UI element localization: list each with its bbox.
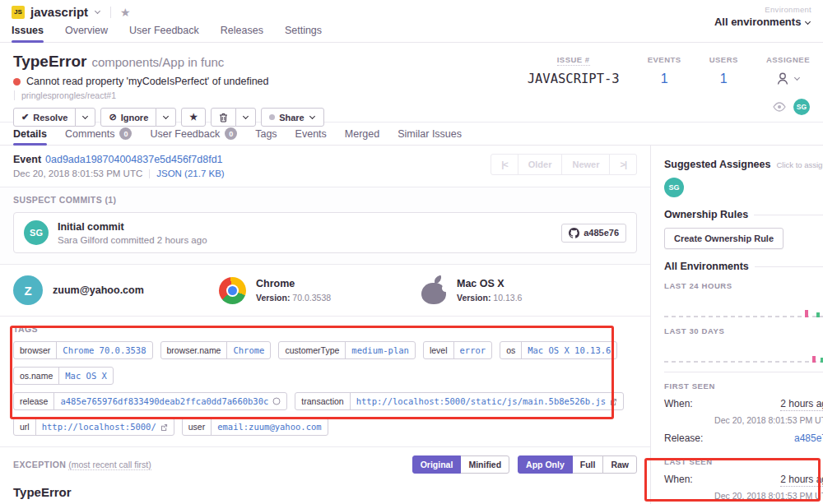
events-sparkline-30d xyxy=(664,340,823,363)
suspect-commits-heading: SUSPECT COMMITS (1) xyxy=(13,195,637,205)
toggle-app-only[interactable]: App Only xyxy=(518,455,573,474)
tag-pill-url[interactable]: urlhttp://localhost:5000/ xyxy=(13,418,174,436)
first-seen-release-link[interactable]: a485e76 xyxy=(794,432,823,444)
exception-type: TypeError xyxy=(13,485,637,499)
nav-tab-releases[interactable]: Releases xyxy=(221,25,263,42)
event-id-link[interactable]: 0ad9ada198704004837e5d456f7d8fd1 xyxy=(45,154,223,165)
nav-tab-overview[interactable]: Overview xyxy=(65,25,108,42)
event-label: Event xyxy=(13,154,41,165)
tag-pill-level[interactable]: levelerror xyxy=(423,341,492,359)
first-seen-date: Dec 20, 2018 8:01:53 PM UTC xyxy=(664,415,823,425)
subscribe-eye-icon[interactable] xyxy=(773,102,786,112)
environment-value[interactable]: All environments xyxy=(714,16,811,28)
tab-user-feedback[interactable]: User Feedback0 xyxy=(150,123,237,145)
participants: SG xyxy=(773,99,810,115)
newest-event-button[interactable]: >| xyxy=(609,154,637,175)
toggle-raw[interactable]: Raw xyxy=(602,455,637,474)
tab-events[interactable]: Events xyxy=(295,123,327,145)
tab-merged[interactable]: Merged xyxy=(345,123,379,145)
tab-details[interactable]: Details xyxy=(13,123,47,145)
nav-tab-user-feedback[interactable]: User Feedback xyxy=(129,25,199,42)
commit-sha-button[interactable]: a485e76 xyxy=(561,224,626,243)
tags-heading: TAGS xyxy=(13,324,637,334)
chevron-down-icon xyxy=(243,113,249,119)
oldest-event-button[interactable]: |< xyxy=(491,154,518,175)
toggle-minified[interactable]: Minified xyxy=(460,455,509,474)
exception-heading-note: (most recent call first) xyxy=(68,460,151,470)
suggested-assignee-avatar[interactable]: SG xyxy=(664,178,684,197)
chevron-down-icon[interactable] xyxy=(95,8,100,14)
divider xyxy=(754,215,823,215)
environment-selector[interactable]: Environment All environments xyxy=(714,5,811,28)
os-context: Mac OS X Version: 10.13.6 xyxy=(421,275,522,305)
issue-stats: ISSUE # JAVASCRIPT-3 EVENTS 1 USERS 1 AS… xyxy=(528,51,810,86)
nav-tab-settings[interactable]: Settings xyxy=(285,25,322,42)
chevron-down-icon xyxy=(805,19,811,25)
delete-dropdown-button[interactable] xyxy=(235,108,256,127)
tag-pill-os[interactable]: osMac OS X 10.13.6 xyxy=(500,341,617,359)
view-toggle-group: App Only Full Raw xyxy=(518,455,637,474)
tag-pill-browser-name[interactable]: browser.nameChrome xyxy=(160,341,272,359)
tab-comments[interactable]: Comments0 xyxy=(65,123,132,145)
tag-pill-user[interactable]: useremail:zuum@yahoo.com xyxy=(182,418,328,436)
environment-label: Environment xyxy=(714,5,811,14)
user-email: zuum@yahoo.com xyxy=(53,284,144,296)
tag-pill-os-name[interactable]: os.nameMac OS X xyxy=(13,367,114,385)
external-link-icon xyxy=(610,398,617,405)
chevron-down-icon xyxy=(794,75,800,81)
events-sparkline-24h xyxy=(664,295,823,317)
nav-tab-issues[interactable]: Issues xyxy=(12,25,44,42)
users-count[interactable]: 1 xyxy=(709,72,738,86)
exception-section: EXCEPTION(most recent call first) Origin… xyxy=(0,447,650,504)
github-icon xyxy=(569,228,579,238)
release-label: Release: xyxy=(664,432,703,444)
tag-pill-customer-type[interactable]: customerTypemedium-plan xyxy=(278,341,416,359)
person-icon xyxy=(775,72,790,86)
toggle-original[interactable]: Original xyxy=(412,455,462,474)
event-json-link[interactable]: JSON (21.7 KB) xyxy=(156,169,224,178)
browser-context: Chrome Version: 70.0.3538 xyxy=(219,277,421,304)
release-info-icon xyxy=(272,397,281,405)
issue-header: TypeErrorcomponents/App in func Cannot r… xyxy=(0,43,823,123)
events-count[interactable]: 1 xyxy=(648,72,681,86)
first-seen-when: 2 hours ago xyxy=(780,398,823,411)
chevron-down-icon xyxy=(163,113,169,119)
older-event-button[interactable]: Older xyxy=(518,154,563,175)
commit-title: Initial commit xyxy=(58,221,552,233)
bookmark-star-icon[interactable]: ★ xyxy=(120,7,131,18)
tag-pill-transaction[interactable]: transactionhttp://localhost:5000/static/… xyxy=(295,392,624,410)
newer-event-button[interactable]: Newer xyxy=(561,154,610,175)
commit-card: SG Initial commit Sara Gilford committed… xyxy=(13,212,637,253)
browser-name: Chrome xyxy=(256,278,331,289)
tag-pill-release[interactable]: releasea485e765976df833490deab2ffca0dd7a… xyxy=(13,392,287,410)
tag-pill-browser[interactable]: browserChrome 70.0.3538 xyxy=(13,341,153,359)
assignee-label: ASSIGNEE xyxy=(766,55,810,64)
tab-similar-issues[interactable]: Similar Issues xyxy=(398,123,462,145)
participant-avatar: SG xyxy=(793,99,810,115)
last-24-hours-label: LAST 24 HOURS xyxy=(664,281,823,290)
external-link-icon xyxy=(160,423,168,431)
event-pagination: |< Older Newer >| xyxy=(491,154,637,175)
chevron-down-icon xyxy=(82,113,88,119)
share-dot-icon xyxy=(269,114,275,120)
issue-number-label: ISSUE # xyxy=(557,55,590,66)
create-ownership-rule-button[interactable]: Create Ownership Rule xyxy=(664,228,783,249)
commit-author-avatar: SG xyxy=(24,220,49,245)
toggle-full[interactable]: Full xyxy=(572,455,604,474)
last-seen-when: 2 hours ago xyxy=(780,474,823,487)
last-30-days-label: LAST 30 DAYS xyxy=(664,326,823,335)
event-context-row: Z zuum@yahoo.com Chrome Version: 70.0.35… xyxy=(0,265,650,317)
project-switcher[interactable]: javascript xyxy=(30,5,88,19)
tab-tags[interactable]: Tags xyxy=(255,123,277,145)
comments-count-badge: 0 xyxy=(119,127,132,140)
star-icon: ★ xyxy=(189,112,198,123)
top-bar: JS javascript ★ Environment All environm… xyxy=(0,0,823,25)
feedback-count-badge: 0 xyxy=(225,127,237,140)
assignee-selector[interactable] xyxy=(766,72,810,86)
os-version: 10.13.6 xyxy=(493,293,522,303)
ownership-rules-title: Ownership Rules xyxy=(664,209,748,220)
users-label: USERS xyxy=(709,55,738,64)
mute-icon: ⊘ xyxy=(109,112,116,123)
issue-annotation[interactable]: pringlesprongles/react#1 xyxy=(14,90,810,100)
os-version-label: Version: xyxy=(457,293,491,303)
